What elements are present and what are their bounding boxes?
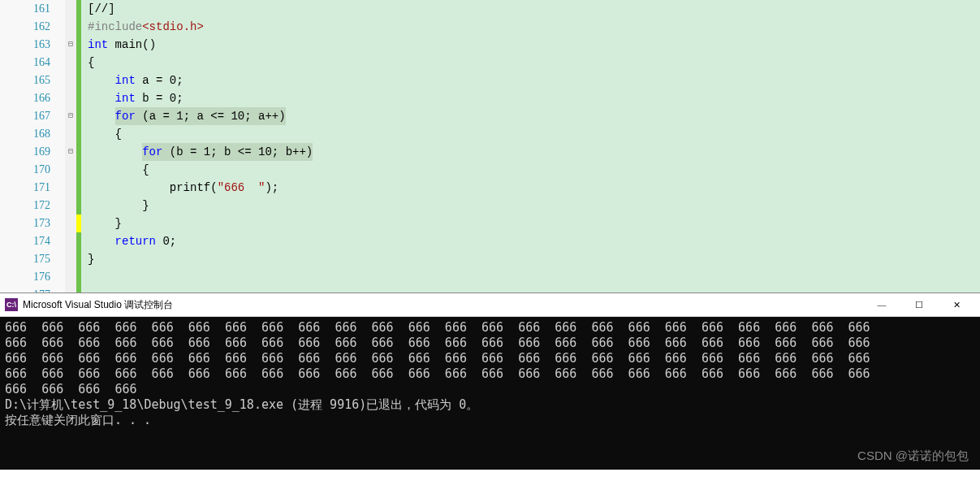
console-titlebar[interactable]: C:\ Microsoft Visual Studio 调试控制台 — ☐ ✕ [0,293,980,317]
fold-toggle[interactable] [65,89,76,107]
fold-toggle[interactable] [65,232,76,250]
prompt-message: 按任意键关闭此窗口. . . [5,413,975,428]
code-editor[interactable]: 161[//]162#include<stdio.h>163⊟int main(… [0,0,980,292]
line-number: 177 [0,286,65,292]
code-content[interactable]: printf("666 "); [81,179,278,197]
line-number: 171 [0,179,65,197]
line-number: 169 [0,143,65,161]
line-number: 175 [0,250,65,268]
code-content[interactable]: [//] [81,0,115,18]
code-content[interactable] [81,268,88,286]
fold-toggle[interactable] [65,197,76,214]
fold-toggle[interactable] [65,72,76,89]
code-content[interactable]: #include<stdio.h> [81,18,204,36]
code-line[interactable]: 172 } [0,197,980,214]
code-content[interactable]: } [81,197,149,214]
code-content[interactable]: return 0; [81,232,176,250]
output-row: 666 666 666 666 666 666 666 666 666 666 … [5,366,975,382]
fold-toggle[interactable] [65,161,76,179]
console-icon: C:\ [5,298,18,311]
code-line[interactable]: 161[//] [0,0,980,18]
console-output[interactable]: 666 666 666 666 666 666 666 666 666 666 … [0,317,980,470]
code-line[interactable]: 163⊟int main() [0,36,980,54]
code-content[interactable]: { [81,161,149,179]
fold-toggle[interactable] [65,18,76,36]
code-content[interactable]: int b = 0; [81,89,183,107]
line-number: 174 [0,232,65,250]
exit-message: D:\计算机\test_9_18\Debug\test_9_18.exe (进程… [5,397,975,413]
line-number: 164 [0,54,65,72]
fold-toggle[interactable] [65,125,76,143]
code-line[interactable]: 169⊟ for (b = 1; b <= 10; b++) [0,143,980,161]
code-content[interactable]: } [81,214,122,232]
code-line[interactable]: 170 { [0,161,980,179]
code-content[interactable] [81,286,88,292]
maximize-button[interactable]: ☐ [900,300,938,310]
code-line[interactable]: 165 int a = 0; [0,72,980,89]
fold-toggle[interactable] [65,286,76,292]
fold-toggle[interactable] [65,214,76,232]
fold-toggle[interactable] [65,268,76,286]
line-number: 168 [0,125,65,143]
code-line[interactable]: 173 } [0,214,980,232]
code-line[interactable]: 177 [0,286,980,292]
console-title: Microsoft Visual Studio 调试控制台 [23,298,173,312]
code-content[interactable]: for (b = 1; b <= 10; b++) [81,143,313,161]
code-line[interactable]: 168 { [0,125,980,143]
output-row: 666 666 666 666 [5,382,975,397]
fold-toggle[interactable]: ⊟ [65,143,76,161]
minimize-button[interactable]: — [863,300,900,310]
line-number: 176 [0,268,65,286]
code-content[interactable]: { [81,54,94,72]
output-row: 666 666 666 666 666 666 666 666 666 666 … [5,351,975,366]
line-number: 163 [0,36,65,54]
debug-console-window: C:\ Microsoft Visual Studio 调试控制台 — ☐ ✕ … [0,292,980,470]
fold-toggle[interactable] [65,54,76,72]
code-line[interactable]: 164{ [0,54,980,72]
output-row: 666 666 666 666 666 666 666 666 666 666 … [5,336,975,351]
fold-toggle[interactable]: ⊟ [65,107,76,125]
line-number: 172 [0,197,65,214]
code-content[interactable]: { [81,125,122,143]
watermark-text: CSDN @诺诺的包包 [857,448,969,463]
code-line[interactable]: 166 int b = 0; [0,89,980,107]
line-number: 167 [0,107,65,125]
code-content[interactable]: int main() [81,36,156,54]
fold-toggle[interactable]: ⊟ [65,36,76,54]
code-line[interactable]: 162#include<stdio.h> [0,18,980,36]
fold-toggle[interactable] [65,0,76,18]
output-row: 666 666 666 666 666 666 666 666 666 666 … [5,320,975,336]
close-button[interactable]: ✕ [938,300,975,310]
line-number: 162 [0,18,65,36]
code-line[interactable]: 176 [0,268,980,286]
code-content[interactable]: } [81,250,94,268]
line-number: 170 [0,161,65,179]
fold-toggle[interactable] [65,179,76,197]
code-content[interactable]: for (a = 1; a <= 10; a++) [81,107,286,125]
code-line[interactable]: 171 printf("666 "); [0,179,980,197]
line-number: 166 [0,89,65,107]
line-number: 161 [0,0,65,18]
fold-toggle[interactable] [65,250,76,268]
code-line[interactable]: 167⊟ for (a = 1; a <= 10; a++) [0,107,980,125]
code-line[interactable]: 174 return 0; [0,232,980,250]
line-number: 173 [0,214,65,232]
code-content[interactable]: int a = 0; [81,72,183,89]
line-number: 165 [0,72,65,89]
code-line[interactable]: 175} [0,250,980,268]
